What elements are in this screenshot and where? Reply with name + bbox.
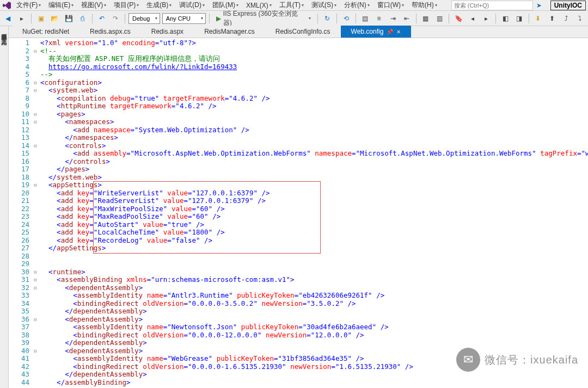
bookmark-icon[interactable]: 🔖 bbox=[452, 13, 464, 24]
code-editor[interactable]: 1234567891011121314151617181920212223242… bbox=[9, 38, 588, 388]
step-icon[interactable]: ⬇ bbox=[532, 13, 544, 24]
step2-icon[interactable]: ⬆ bbox=[546, 13, 558, 24]
redo-icon[interactable]: ↷ bbox=[109, 13, 121, 24]
undo-icon[interactable]: ↶ bbox=[96, 13, 108, 24]
tab-redisconfiginfo[interactable]: RedisConfigInfo.cs bbox=[265, 26, 341, 38]
vs-logo-icon bbox=[2, 1, 12, 10]
menu-project[interactable]: 项目(P)▾ bbox=[111, 1, 142, 10]
save-icon[interactable]: 💾 bbox=[63, 13, 75, 24]
menu-edit[interactable]: 编辑(E)▾ bbox=[45, 1, 77, 10]
menu-view[interactable]: 视图(V)▾ bbox=[78, 1, 109, 10]
run-button[interactable]: ▶IIS Express (360安全浏览器)▾ bbox=[213, 13, 315, 24]
nav-back-icon[interactable]: ◀ bbox=[2, 13, 14, 24]
tab-redismanager[interactable]: RedisManager.cs bbox=[194, 26, 265, 38]
step4-icon[interactable]: ⤵ bbox=[574, 13, 586, 24]
menu-xml[interactable]: XML(X)▾ bbox=[243, 2, 275, 9]
menu-build[interactable]: 生成(B)▾ bbox=[143, 1, 175, 10]
menu-help[interactable]: 帮助(H)▾ bbox=[408, 1, 440, 10]
new-project-icon[interactable]: ▣ bbox=[35, 13, 47, 24]
bookmark-prev-icon[interactable]: ◂ bbox=[467, 13, 479, 24]
step3-icon[interactable]: ⤴ bbox=[560, 13, 572, 24]
search-input[interactable] bbox=[451, 1, 533, 10]
bookmark-next-icon[interactable]: ▸ bbox=[481, 13, 493, 24]
save-all-icon[interactable]: ⎙ bbox=[77, 13, 89, 24]
browser-link-icon[interactable]: ⟲ bbox=[340, 13, 352, 24]
document-tabs: NuGet: redisNet Redis.aspx.cs Redis.aspx… bbox=[9, 26, 588, 38]
line-numbers: 1234567891011121314151617181920212223242… bbox=[9, 38, 32, 388]
quick-launch[interactable]: ➤ bbox=[451, 0, 545, 11]
tab-redis-aspx-cs[interactable]: Redis.aspx.cs bbox=[79, 26, 141, 38]
menu-file[interactable]: 文件(F)▾ bbox=[13, 1, 44, 10]
fold-gutter[interactable]: ⊟⊟⊟⊟⊟⊟⊟⊟⊟⊟⊟⊟ bbox=[32, 38, 39, 388]
tab-redis-aspx[interactable]: Redis.aspx bbox=[141, 26, 194, 38]
list-icon[interactable]: ≡ bbox=[373, 13, 385, 24]
left-tool-rail: 服务器资源 工具箱 bbox=[0, 26, 9, 388]
search-go-icon[interactable]: ➤ bbox=[533, 0, 545, 11]
tab-webconfig[interactable]: Web.config📌✕ bbox=[341, 26, 412, 38]
pin-icon[interactable]: 📌 bbox=[387, 29, 393, 35]
rail-tab-server[interactable]: 服务器资源 bbox=[0, 28, 8, 30]
solution-name: UnityIOC bbox=[550, 1, 586, 10]
menu-window[interactable]: 窗口(W)▾ bbox=[374, 1, 407, 10]
menu-test[interactable]: 测试(S)▾ bbox=[308, 1, 340, 10]
menu-tools[interactable]: 工具(T)▾ bbox=[276, 1, 307, 10]
refresh-icon[interactable]: ↻ bbox=[321, 13, 333, 24]
indent-icon[interactable]: ⇥ bbox=[387, 13, 399, 24]
uncomment-icon[interactable]: ▥ bbox=[434, 13, 446, 24]
open-file-icon[interactable]: 📂 bbox=[49, 13, 61, 24]
ext1-icon[interactable]: ◧ bbox=[499, 13, 511, 24]
nav-fwd-icon[interactable]: ▸ bbox=[16, 13, 28, 24]
menu-team[interactable]: 团队(M)▾ bbox=[209, 1, 242, 10]
tab-nuget[interactable]: NuGet: redisNet bbox=[12, 26, 79, 38]
ext2-icon[interactable]: ◨ bbox=[513, 13, 525, 24]
standard-toolbar: ◀ ▸ ▣ 📂 💾 ⎙ ↶ ↷ Debug Any CPU ▶IIS Expre… bbox=[0, 11, 588, 26]
platform-combo[interactable]: Any CPU bbox=[162, 13, 206, 24]
outdent-icon[interactable]: ⇤ bbox=[401, 13, 413, 24]
toolbox-icon[interactable]: ▤ bbox=[359, 13, 371, 24]
comment-icon[interactable]: ▦ bbox=[420, 13, 432, 24]
rail-tab-toolbox[interactable]: 工具箱 bbox=[0, 34, 8, 36]
menu-debug[interactable]: 调试(D)▾ bbox=[176, 1, 208, 10]
close-icon[interactable]: ✕ bbox=[396, 29, 401, 35]
menu-analyze[interactable]: 分析(N)▾ bbox=[341, 1, 373, 10]
code-area[interactable]: <?xml version="1.0" encoding="utf-8"?><!… bbox=[39, 38, 588, 388]
config-combo[interactable]: Debug bbox=[128, 13, 160, 24]
